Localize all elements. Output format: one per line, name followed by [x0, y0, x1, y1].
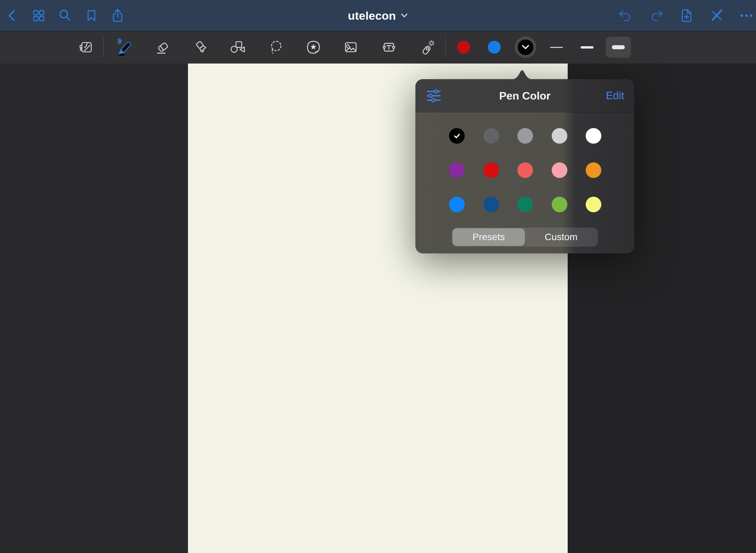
back-chevron-icon — [5, 8, 20, 23]
popover-arrow — [511, 68, 533, 79]
page-grid-icon — [31, 8, 47, 23]
swatch-row — [449, 162, 601, 178]
pen-settings-button[interactable] — [424, 86, 443, 105]
color-dot-blue[interactable] — [482, 35, 506, 59]
highlighter-icon — [193, 39, 209, 55]
drawing-toolbar — [0, 31, 756, 64]
checkmark-icon — [452, 131, 461, 140]
lasso-icon — [268, 39, 284, 55]
tool-laser-pointer-button[interactable] — [414, 34, 440, 60]
tool-lasso-button[interactable] — [263, 34, 289, 60]
tool-stickers-button[interactable] — [300, 34, 326, 60]
stickers-icon — [305, 39, 322, 55]
undo-icon — [618, 8, 634, 23]
stroke-width-medium[interactable] — [574, 37, 600, 58]
canvas-area — [0, 64, 756, 553]
swatch-row — [449, 197, 601, 212]
swatch-pink[interactable] — [552, 162, 567, 178]
swatch-pale-yellow[interactable] — [586, 197, 601, 212]
image-icon — [343, 39, 359, 55]
pen-color-popover: Pen Color Edit Presets Custom — [415, 79, 634, 253]
presets-custom-segmented-control: Presets Custom — [452, 228, 598, 247]
document-title: utelecon — [348, 9, 396, 22]
app-root: utelecon — [0, 0, 756, 553]
popover-title: Pen Color — [499, 89, 550, 102]
toolbar-separator — [103, 37, 104, 57]
stroke-width-thick[interactable] — [606, 37, 631, 58]
top-navigation-bar: utelecon — [0, 0, 756, 31]
eraser-icon — [155, 39, 171, 55]
undo-button[interactable] — [616, 5, 636, 26]
share-icon — [110, 8, 125, 23]
bookmark-icon — [84, 8, 99, 23]
stroke-bar — [581, 46, 594, 49]
chevron-down-icon — [521, 44, 530, 50]
swatch-dark-gray[interactable] — [483, 128, 499, 144]
swatch-blue[interactable] — [449, 197, 465, 212]
swatch-purple[interactable] — [449, 162, 465, 178]
share-button[interactable] — [107, 5, 128, 26]
add-page-button[interactable] — [676, 5, 697, 26]
search-icon — [57, 8, 73, 23]
pen-cross-icon — [709, 8, 725, 23]
pen-settings-sliders-icon — [426, 88, 442, 104]
swatch-white[interactable] — [586, 128, 601, 144]
stroke-width-thin[interactable] — [544, 37, 569, 58]
tool-page-template-button[interactable] — [73, 34, 99, 60]
popover-header: Pen Color Edit — [415, 79, 634, 112]
redo-icon — [648, 8, 664, 23]
document-title-button[interactable]: utelecon — [348, 9, 408, 22]
pen-cross-button[interactable] — [707, 5, 727, 26]
swatch-light-gray[interactable] — [552, 128, 567, 144]
redo-button[interactable] — [646, 5, 666, 26]
tool-eraser-button[interactable] — [150, 34, 176, 60]
swatch-navy[interactable] — [483, 197, 499, 212]
page-template-icon — [78, 39, 94, 55]
swatch-orange[interactable] — [586, 162, 601, 178]
more-button[interactable] — [736, 5, 756, 26]
selected-color-ring — [515, 36, 536, 58]
laser-pointer-icon — [419, 39, 435, 55]
more-ellipsis-icon — [739, 8, 754, 23]
bookmark-button[interactable] — [81, 5, 102, 26]
tool-pen-button[interactable] — [112, 34, 138, 60]
swatch-green[interactable] — [517, 197, 533, 212]
shapes-icon — [229, 39, 246, 55]
stroke-bar — [550, 47, 563, 48]
swatch-red[interactable] — [483, 162, 499, 178]
popover-body: Pen Color Edit Presets Custom — [415, 79, 634, 253]
tab-presets[interactable]: Presets — [452, 228, 525, 246]
text-icon — [381, 39, 397, 55]
bluetooth-pen-icon — [116, 38, 134, 56]
swatch-row — [449, 128, 601, 144]
chevron-down-icon — [401, 13, 408, 18]
stroke-bar — [612, 45, 625, 49]
tool-shapes-button[interactable] — [225, 34, 251, 60]
tool-highlighter-button[interactable] — [188, 34, 214, 60]
toolbar-separator — [445, 37, 446, 57]
page-grid-button[interactable] — [29, 5, 49, 26]
color-dot-red[interactable] — [452, 35, 476, 59]
swatch-coral[interactable] — [517, 162, 533, 178]
edit-colors-button[interactable]: Edit — [606, 90, 624, 102]
swatch-light-green[interactable] — [552, 197, 567, 212]
tab-custom[interactable]: Custom — [525, 228, 597, 246]
tool-image-button[interactable] — [338, 34, 364, 60]
color-swatch-circle — [488, 41, 501, 54]
tool-text-button[interactable] — [376, 34, 402, 60]
color-grid — [449, 128, 601, 212]
search-button[interactable] — [55, 5, 75, 26]
color-swatch-circle — [457, 41, 470, 54]
add-page-icon — [679, 8, 694, 23]
back-button[interactable] — [2, 5, 23, 26]
color-dot-black[interactable] — [514, 35, 537, 59]
swatch-gray[interactable] — [517, 128, 533, 144]
swatch-black[interactable] — [449, 128, 465, 144]
